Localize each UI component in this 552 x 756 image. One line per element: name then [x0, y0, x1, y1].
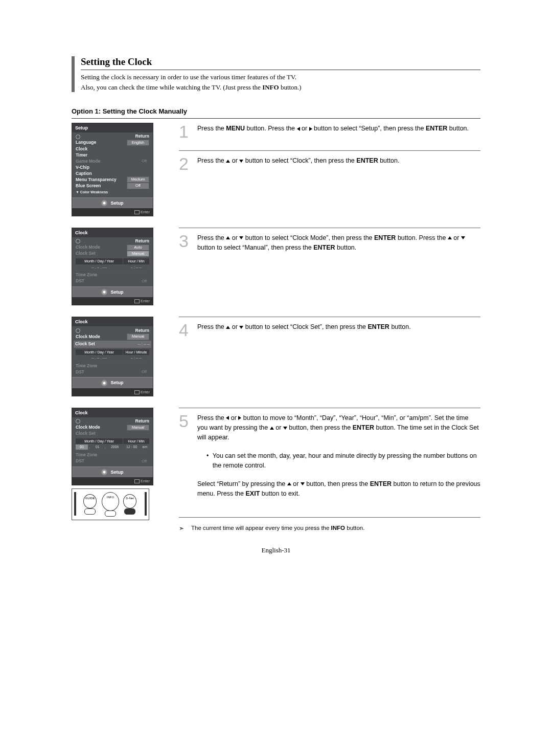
osd3-footer: Enter — [72, 389, 153, 396]
down-arrow-icon — [301, 482, 305, 485]
up-arrow-icon — [270, 427, 274, 430]
osd4-timezone: Time Zone — [76, 452, 97, 458]
remote-guide-button: GUIDE — [83, 494, 97, 508]
gear-icon — [101, 200, 107, 206]
osd1-language-val: English — [127, 140, 149, 146]
page-footer: English-31 — [72, 546, 480, 554]
gear-icon — [101, 289, 107, 295]
intro-line-2b: button.) — [279, 83, 302, 91]
osd1-header: Setup — [72, 123, 153, 132]
up-arrow-icon — [448, 236, 452, 239]
osd3-dst-val: Off — [139, 369, 149, 374]
enter-icon — [134, 299, 140, 303]
osd3-clockmode: Clock Mode — [76, 334, 100, 340]
intro-line-1: Setting the clock is necessary in order … — [81, 73, 296, 81]
osd1-language: Language — [76, 140, 96, 145]
step-1-num: 1 — [179, 123, 197, 140]
step-5-text: Press the or button to move to “Month”, … — [197, 412, 480, 507]
osd2-auto: Auto — [127, 244, 149, 251]
page-title: Setting the Clock — [81, 56, 480, 70]
osd4-clockmode-val: Manual — [127, 425, 149, 431]
osd3-return: Return — [135, 328, 149, 333]
osd1-ribbon: Setup — [72, 197, 153, 209]
step-4-text: Press the or button to select “Clock Set… — [197, 321, 411, 339]
osd4-header: Clock — [72, 408, 153, 417]
title-block: Setting the Clock Setting the clock is n… — [72, 56, 480, 92]
step-3-text: Press the or button to select “Clock Mod… — [197, 232, 480, 253]
osd2-ribbon: Setup — [72, 286, 153, 298]
osd2-footer: Enter — [72, 298, 153, 305]
osd2-clockset: Clock Set — [76, 251, 96, 256]
osd1-ribbon-text: Setup — [110, 200, 123, 206]
remote-dnet-button: D-Net — [123, 494, 136, 508]
osd3-ribbon: Setup — [72, 377, 153, 388]
remote-info-button: INFO — [102, 492, 119, 511]
osd1-vchip: V-Chip — [76, 165, 89, 170]
osd2-manual: Manual — [127, 251, 149, 257]
step-5-return: Select “Return” by pressing the or butto… — [197, 479, 480, 499]
return-icon — [76, 239, 80, 243]
osd1-clock: Clock — [76, 146, 87, 152]
osd-setup: Setup Return LanguageEnglish Clock Timer… — [72, 123, 153, 216]
osd1-timer: Timer — [76, 152, 87, 158]
remote-pill-1 — [84, 508, 96, 515]
osd-clock-values: Clock Return Clock ModeManual Clock Set … — [72, 408, 153, 485]
osd2-dst: DST — [76, 278, 84, 284]
option-heading: Option 1: Setting the Clock Manually — [72, 107, 480, 119]
remote-pill-3 — [124, 508, 135, 515]
step-3: 3 Press the or button to select “Clock M… — [179, 228, 480, 253]
osd-clock-set: Clock Return Clock ModeManual Clock Set-… — [72, 317, 153, 396]
osd4-dst: DST — [76, 458, 84, 464]
osd1-bluescreen: Blue Screen — [76, 183, 101, 189]
step-3-num: 3 — [179, 232, 197, 253]
info-note: ➣ The current time will appear every tim… — [179, 525, 480, 532]
osd1-bluescreen-val: Off — [127, 183, 149, 189]
step-4-num: 4 — [179, 321, 197, 339]
note-arrow-icon: ➣ — [179, 525, 191, 532]
step-5: 5 Press the or button to move to “Month”… — [179, 408, 480, 507]
osd-clock-mode: Clock Return Clock ModeAuto Clock SetMan… — [72, 228, 153, 306]
osd4-return: Return — [135, 418, 149, 424]
intro-bold-info: INFO — [262, 83, 279, 91]
step-4: 4 Press the or button to select “Clock S… — [179, 317, 480, 339]
osd1-colorweak: ▼ Color Weakness — [76, 190, 108, 194]
osd1-footer-text: Enter — [141, 210, 150, 214]
osd3-clockset-val: -- : -- -- — [138, 342, 150, 347]
return-icon — [76, 328, 80, 333]
osd4-dst-val: Off — [139, 459, 149, 464]
row-3: Clock Return Clock ModeManual Clock Set-… — [72, 317, 480, 398]
gear-icon — [101, 380, 107, 386]
osd2-timezone: Time Zone — [76, 272, 97, 278]
return-icon — [76, 135, 80, 139]
osd2-return: Return — [135, 238, 149, 244]
osd1-footer: Enter — [72, 209, 153, 216]
step-2-num: 2 — [179, 155, 197, 172]
remote-pill-2 — [105, 510, 116, 517]
osd4-table: Month / Day / YearHour / Min 01 . 01 . 2… — [75, 438, 150, 451]
gear-icon — [101, 469, 107, 475]
osd1-caption: Caption — [76, 171, 92, 176]
osd2-table: Month / Day / YearHour / Min -- . -- . -… — [75, 258, 150, 271]
page: Setting the Clock Setting the clock is n… — [72, 56, 480, 554]
osd1-gamemode-val: Off — [139, 159, 149, 164]
osd2-dst-val: Off — [139, 279, 149, 284]
osd4-clockmode: Clock Mode — [76, 425, 100, 430]
up-arrow-icon — [287, 482, 291, 485]
osd3-clockset: Clock Set — [75, 341, 95, 347]
osd3-clockmode-val: Manual — [127, 333, 149, 340]
enter-icon — [134, 210, 140, 214]
osd3-dst: DST — [76, 369, 84, 375]
step-5-divider: ➣ The current time will appear every tim… — [179, 517, 480, 532]
return-icon — [76, 419, 80, 424]
enter-icon — [134, 479, 140, 483]
enter-icon — [134, 390, 140, 394]
step-5-bullet: •You can set the month, day, year, hour … — [206, 451, 480, 471]
remote-diagram: GUIDE INFO D-Net — [72, 488, 149, 520]
step-2-text: Press the or button to select “Clock”, t… — [197, 155, 399, 172]
row-2: Clock Return Clock ModeAuto Clock SetMan… — [72, 228, 480, 308]
osd1-menutrans: Menu Transparency — [76, 177, 117, 183]
down-arrow-icon — [461, 236, 465, 239]
osd3-timezone: Time Zone — [76, 363, 97, 369]
step-2: 2 Press the or button to select “Clock”,… — [179, 150, 480, 172]
osd1-gamemode: Game Mode — [76, 159, 100, 164]
